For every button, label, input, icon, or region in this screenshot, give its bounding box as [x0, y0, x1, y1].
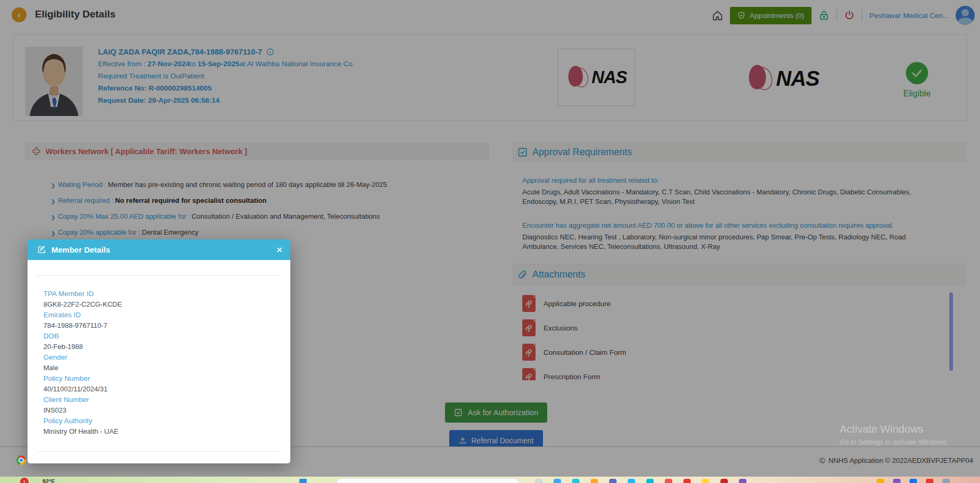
modal-divider	[37, 275, 281, 276]
taskbar-app-icon[interactable]	[942, 479, 950, 483]
weather-temp[interactable]: 92°F	[42, 478, 55, 483]
modal-title: Member Details	[51, 245, 110, 254]
notification-badge[interactable]: 1	[20, 478, 29, 483]
close-icon[interactable]: ×	[277, 245, 282, 255]
member-field: Policy AuthorityMinistry Of Health - UAE	[43, 416, 122, 437]
edit-icon	[37, 245, 46, 254]
taskbar-app-icon[interactable]	[893, 479, 901, 483]
chrome-icon[interactable]	[16, 455, 26, 465]
member-details-modal: Member Details × TPA Member ID8GK8-22F2-…	[28, 239, 290, 463]
windows-taskbar: 1 92°F	[0, 477, 980, 483]
modal-header: Member Details ×	[28, 239, 290, 260]
taskbar-app-icon[interactable]	[628, 479, 635, 483]
taskbar-app-icon[interactable]	[877, 479, 884, 483]
taskbar-tray-icons	[877, 479, 950, 483]
taskbar-app-icon[interactable]	[609, 479, 617, 483]
member-field: DOB20-Feb-1988	[43, 331, 122, 352]
taskbar-search-box[interactable]	[336, 478, 519, 483]
member-field: TPA Member ID8GK8-22F2-C2CG-KCDE	[43, 289, 122, 310]
member-field: Emirates ID784-1988-9767110-7	[43, 310, 122, 331]
taskbar-app-icon[interactable]	[646, 479, 654, 483]
taskbar-app-icon[interactable]	[926, 479, 933, 483]
taskbar-app-icon[interactable]	[702, 479, 709, 483]
windows-start-icon[interactable]	[299, 479, 307, 483]
member-fields: TPA Member ID8GK8-22F2-C2CG-KCDE Emirate…	[43, 289, 122, 437]
screen: ‹ Eligibility Details Appointments (0) P…	[0, 0, 980, 483]
taskbar-app-icon[interactable]	[683, 479, 691, 483]
taskbar-app-icon[interactable]	[910, 479, 917, 483]
taskbar-app-icon[interactable]	[665, 479, 672, 483]
taskbar-app-icon[interactable]	[554, 479, 561, 483]
taskbar-app-icon[interactable]	[535, 479, 542, 483]
member-field: Policy Number40/11002/11/2024/31	[43, 373, 122, 395]
modal-divider	[37, 451, 281, 452]
member-field: Client NumberINS023	[43, 395, 122, 416]
taskbar-app-icon[interactable]	[591, 479, 598, 483]
taskbar-app-icon[interactable]	[572, 479, 580, 483]
member-field: GenderMale	[43, 352, 122, 373]
taskbar-app-icon[interactable]	[739, 479, 746, 483]
taskbar-app-icons	[535, 479, 746, 483]
taskbar-app-icon[interactable]	[720, 479, 728, 483]
